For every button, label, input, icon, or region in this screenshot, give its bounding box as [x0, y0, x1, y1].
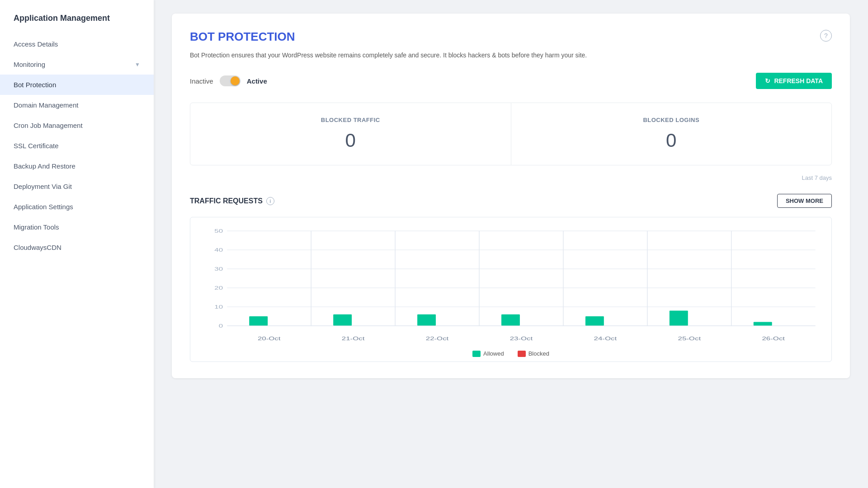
sidebar-item-migration-tools[interactable]: Migration Tools [0, 217, 154, 237]
svg-text:30: 30 [214, 266, 223, 272]
svg-text:22-Oct: 22-Oct [426, 336, 449, 341]
refresh-icon: ↻ [765, 77, 770, 84]
sidebar-item-label: Bot Protection [14, 81, 56, 89]
sidebar-item-label: Deployment Via Git [14, 183, 72, 190]
refresh-button[interactable]: ↻ REFRESH DATA [756, 73, 832, 89]
legend-blocked: Blocked [518, 350, 549, 357]
svg-text:40: 40 [214, 247, 223, 253]
sidebar-item-label: Migration Tools [14, 223, 59, 231]
show-more-button[interactable]: SHOW MORE [777, 194, 832, 208]
sidebar-item-label: Domain Management [14, 101, 78, 109]
sidebar-item-ssl-certificate[interactable]: SSL Certificate [0, 136, 154, 156]
sidebar-item-label: CloudwaysCDN [14, 244, 61, 251]
chart-wrap: 5040302010020-Oct21-Oct22-Oct23-Oct24-Oc… [199, 226, 822, 344]
blocked-logins-value: 0 [520, 130, 823, 151]
sidebar-item-label: Monitoring [14, 61, 45, 68]
sidebar-item-backup-and-restore[interactable]: Backup And Restore [0, 156, 154, 176]
svg-rect-26 [670, 311, 688, 326]
sidebar-item-domain-management[interactable]: Domain Management [0, 95, 154, 115]
sidebar-item-monitoring[interactable]: Monitoring▼ [0, 54, 154, 75]
stats-row: BLOCKED TRAFFIC 0 BLOCKED LOGINS 0 [190, 103, 832, 165]
svg-text:26-Oct: 26-Oct [762, 336, 785, 341]
chart-legend: Allowed Blocked [199, 344, 822, 361]
active-label: Active [247, 77, 267, 85]
svg-rect-14 [333, 314, 352, 326]
traffic-info-icon[interactable]: i [266, 197, 274, 205]
traffic-section-title: TRAFFIC REQUESTS i [190, 197, 274, 205]
svg-text:21-Oct: 21-Oct [342, 336, 365, 341]
chart-container: 5040302010020-Oct21-Oct22-Oct23-Oct24-Oc… [190, 217, 832, 362]
period-label: Last 7 days [190, 174, 832, 181]
refresh-button-label: REFRESH DATA [774, 77, 823, 84]
sidebar-item-label: Application Settings [14, 203, 73, 211]
sidebar-item-label: Backup And Restore [14, 162, 75, 170]
blocked-logins-label: BLOCKED LOGINS [520, 117, 823, 123]
traffic-chart-svg: 5040302010020-Oct21-Oct22-Oct23-Oct24-Oc… [199, 226, 822, 344]
sidebar-title: Application Management [0, 14, 154, 34]
page-title: BOT PROTECTION [190, 30, 832, 44]
sidebar-item-label: Access Details [14, 40, 58, 48]
page-description: Bot Protection ensures that your WordPre… [190, 50, 832, 60]
svg-text:0: 0 [219, 323, 223, 328]
blocked-logins-stat: BLOCKED LOGINS 0 [511, 103, 832, 165]
chevron-down-icon: ▼ [135, 61, 140, 68]
sidebar-item-label: Cron Job Management [14, 122, 83, 129]
sidebar-item-application-settings[interactable]: Application Settings [0, 197, 154, 217]
svg-rect-12 [249, 316, 268, 326]
toggle-row: Inactive Active ↻ REFRESH DATA [190, 73, 832, 89]
section-header: TRAFFIC REQUESTS i SHOW MORE [190, 194, 832, 208]
blocked-traffic-value: 0 [199, 130, 502, 151]
svg-text:23-Oct: 23-Oct [510, 336, 533, 341]
svg-rect-23 [585, 316, 604, 326]
svg-text:20-Oct: 20-Oct [258, 336, 281, 341]
sidebar-item-deployment-via-git[interactable]: Deployment Via Git [0, 176, 154, 197]
sidebar-item-cloudways-cdn[interactable]: CloudwaysCDN [0, 237, 154, 258]
legend-blocked-label: Blocked [528, 350, 549, 357]
blocked-traffic-stat: BLOCKED TRAFFIC 0 [190, 103, 511, 165]
sidebar-item-bot-protection[interactable]: Bot Protection [0, 75, 154, 95]
legend-allowed-label: Allowed [483, 350, 504, 357]
inactive-label: Inactive [190, 77, 213, 85]
toggle-thumb [231, 76, 240, 85]
sidebar-item-label: SSL Certificate [14, 142, 59, 150]
legend-blocked-color [518, 351, 526, 357]
svg-rect-20 [501, 314, 520, 326]
svg-text:24-Oct: 24-Oct [594, 336, 617, 341]
help-icon[interactable]: ? [820, 30, 832, 42]
svg-text:20: 20 [214, 285, 223, 291]
main-content: ? BOT PROTECTION Bot Protection ensures … [154, 0, 868, 488]
sidebar-item-cron-job-management[interactable]: Cron Job Management [0, 115, 154, 136]
svg-text:10: 10 [214, 304, 223, 310]
legend-allowed: Allowed [472, 350, 504, 357]
svg-rect-29 [754, 322, 772, 326]
sidebar: Application Management Access DetailsMon… [0, 0, 154, 488]
blocked-traffic-label: BLOCKED TRAFFIC [199, 117, 502, 123]
svg-rect-17 [417, 314, 436, 326]
bot-protection-toggle[interactable] [220, 75, 241, 86]
sidebar-item-access-details[interactable]: Access Details [0, 34, 154, 54]
legend-allowed-color [472, 351, 481, 357]
svg-text:50: 50 [214, 228, 223, 234]
content-card: ? BOT PROTECTION Bot Protection ensures … [172, 14, 850, 378]
svg-text:25-Oct: 25-Oct [678, 336, 701, 341]
